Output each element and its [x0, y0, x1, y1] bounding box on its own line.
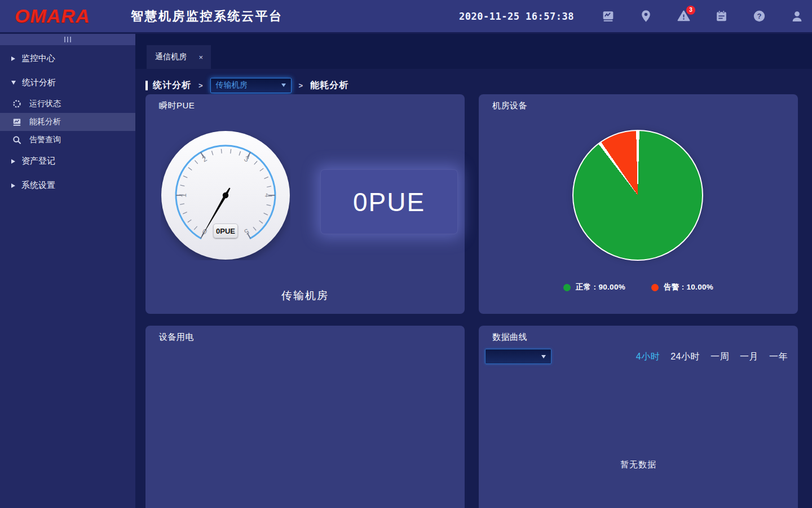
- breadcrumb-separator: >: [299, 81, 303, 90]
- breadcrumb-separator: >: [198, 81, 203, 90]
- question-glyph: ?: [757, 12, 761, 20]
- room-selector-value: 传输机房: [216, 80, 248, 90]
- collapse-grip-icon: [64, 37, 71, 42]
- pie-legend: 正常 : 90.00% 告警 : 10.00%: [479, 282, 798, 292]
- header-toolbar: 2020-11-25 16:57:38 3: [459, 9, 804, 24]
- chevron-right-icon: [11, 183, 15, 188]
- sidebar-item-running-status[interactable]: 运行状态: [0, 95, 135, 113]
- legend-label: 告警 : 10.00%: [664, 282, 713, 292]
- sidebar-item-energy-analysis[interactable]: 能耗分析: [0, 113, 135, 131]
- breadcrumb-marker: [145, 81, 148, 90]
- sidebar-item-label: 统计分析: [22, 77, 56, 88]
- search-icon: [12, 135, 22, 144]
- schedule-icon-glyph: [714, 9, 729, 23]
- range-option[interactable]: 4小时: [636, 351, 660, 363]
- legend-dot: [651, 284, 659, 291]
- sidebar-item-asset-register[interactable]: 资产登记: [0, 149, 135, 173]
- sidebar-collapse-handle[interactable]: [0, 34, 135, 45]
- pie-chart: [572, 130, 703, 261]
- range-option[interactable]: 一年: [769, 351, 788, 363]
- close-icon[interactable]: ×: [198, 53, 203, 62]
- sidebar-item-label: 能耗分析: [29, 117, 61, 127]
- sidebar-item-label: 监控中心: [21, 53, 55, 64]
- status-ring-icon: [12, 99, 22, 108]
- sidebar-item-statistics[interactable]: 统计分析: [0, 71, 135, 95]
- gauge-value-badge: 0PUE: [213, 224, 238, 238]
- pue-gauge: 0 1 2 3 4 5: [161, 130, 290, 260]
- panel-title: 数据曲线: [492, 332, 527, 343]
- legend-label: 正常 : 90.00%: [576, 282, 625, 292]
- panel-room-devices: 机房设备 正常 : 90.00% 告警 : 10.00%: [479, 94, 798, 314]
- energy-chart-icon: [12, 117, 22, 126]
- breadcrumb: 统计分析 > 传输机房 > 能耗分析: [145, 77, 348, 94]
- chevron-down-icon: [541, 355, 546, 358]
- sidebar-item-alarm-query[interactable]: 告警查询: [0, 131, 135, 149]
- help-icon-glyph: ?: [752, 9, 766, 23]
- range-option[interactable]: 一周: [710, 351, 729, 363]
- chevron-right-icon: [11, 159, 15, 164]
- alert-count-badge: 3: [686, 6, 695, 15]
- sidebar-nav: 监控中心 统计分析 运行状态 能耗分析: [0, 45, 135, 198]
- panel-title: 设备用电: [159, 332, 194, 343]
- range-option[interactable]: 24小时: [670, 351, 700, 363]
- alert-icon[interactable]: 3: [676, 9, 691, 24]
- breadcrumb-section: 统计分析: [153, 80, 191, 91]
- sidebar: 监控中心 统计分析 运行状态 能耗分析: [0, 34, 135, 508]
- sidebar-item-monitor-center[interactable]: 监控中心: [0, 46, 135, 71]
- sidebar-item-label: 资产登记: [21, 156, 55, 167]
- legend-dot: [563, 284, 571, 291]
- help-icon[interactable]: ?: [752, 9, 766, 24]
- room-selector-dropdown[interactable]: 传输机房: [210, 78, 292, 93]
- range-option[interactable]: 一月: [740, 351, 758, 363]
- app-title: 智慧机房监控系统云平台: [131, 8, 283, 25]
- sidebar-item-label: 系统设置: [21, 180, 55, 191]
- chevron-right-icon: [11, 56, 15, 61]
- empty-data-message: 暂无数据: [479, 459, 798, 470]
- location-icon-glyph: [639, 9, 653, 23]
- user-icon-glyph: [790, 9, 804, 23]
- legend-item-alarm: 告警 : 10.00%: [651, 282, 713, 292]
- sidebar-item-system-settings[interactable]: 系统设置: [0, 173, 135, 198]
- sidebar-item-label: 运行状态: [29, 99, 61, 109]
- schedule-icon[interactable]: [714, 9, 729, 24]
- time-range-selector: 4小时 24小时 一周 一月 一年: [636, 351, 788, 363]
- user-icon[interactable]: [789, 9, 804, 24]
- panel-instant-pue: 瞬时PUE 0: [145, 94, 465, 314]
- panel-equipment-power: 设备用电: [145, 326, 465, 508]
- monitor-icon-glyph: [601, 9, 615, 23]
- location-icon[interactable]: [638, 9, 653, 24]
- monitor-icon[interactable]: [601, 9, 615, 24]
- tab-strip: [135, 34, 812, 69]
- chevron-down-icon: [281, 84, 286, 87]
- gauge-scale-label: 1: [179, 193, 188, 197]
- chevron-down-icon: [11, 81, 16, 85]
- clock-display: 2020-11-25 16:57:38: [459, 11, 574, 22]
- gauge-scale-label: 4: [263, 193, 272, 197]
- panel-data-curve: 数据曲线 4小时 24小时 一周 一月 一年 暂无数据: [479, 326, 798, 508]
- legend-item-normal: 正常 : 90.00%: [563, 282, 625, 292]
- breadcrumb-page: 能耗分析: [310, 80, 348, 91]
- main-content: 通信机房 × 统计分析 > 传输机房 > 能耗分析 瞬时PUE: [135, 34, 812, 508]
- brand-logo: OMARA: [15, 5, 131, 27]
- sidebar-item-label: 告警查询: [29, 135, 61, 145]
- curve-type-dropdown[interactable]: [485, 349, 551, 364]
- tab-communication-room[interactable]: 通信机房 ×: [147, 45, 211, 69]
- pue-room-label: 传输机房: [145, 288, 465, 303]
- app-header: OMARA 智慧机房监控系统云平台 2020-11-25 16:57:38 3: [0, 0, 812, 34]
- panel-title: 机房设备: [492, 100, 527, 111]
- tab-label: 通信机房: [155, 52, 187, 62]
- pue-value-box: 0PUE: [320, 169, 458, 234]
- panel-title: 瞬时PUE: [159, 100, 195, 111]
